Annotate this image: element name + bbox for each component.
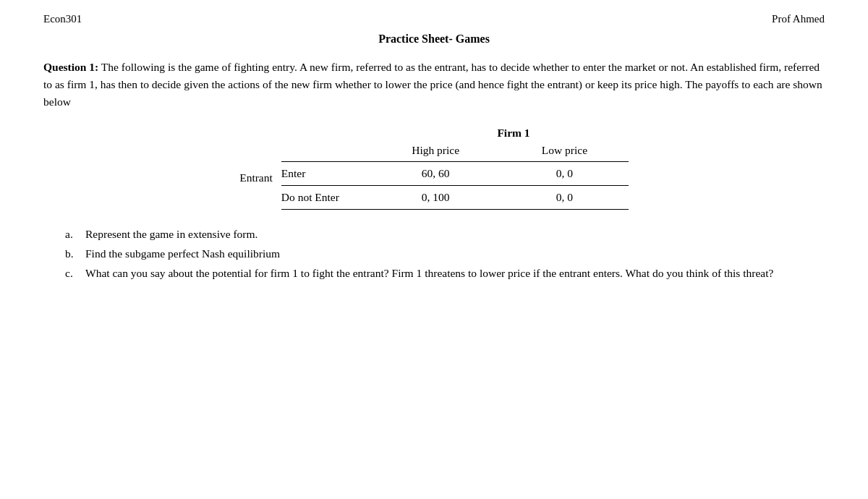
entrant-label: Entrant — [239, 144, 281, 184]
sub-text-b: Find the subgame perfect Nash equilibriu… — [85, 245, 280, 263]
header-left: Econ301 — [43, 13, 82, 25]
row2-col1: 0, 100 — [370, 186, 501, 210]
row1-label: Enter — [281, 162, 370, 186]
question-text: Question 1: The following is the game of… — [43, 59, 825, 111]
col-header-row: High price Low price — [281, 144, 629, 162]
col1-header: High price — [370, 144, 501, 162]
sub-text-a: Represent the game in extensive form. — [85, 226, 258, 243]
sub-label-b: b. — [65, 245, 85, 263]
header-right: Prof Ahmed — [772, 13, 825, 25]
game-table-section: Firm 1 Entrant High price Low price — [43, 127, 825, 210]
sub-text-c: What can you say about the potential for… — [85, 265, 773, 282]
header: Econ301 Prof Ahmed — [43, 13, 825, 25]
row2-col2: 0, 0 — [501, 186, 629, 210]
col2-header: Low price — [501, 144, 629, 162]
game-table-wrapper: Firm 1 Entrant High price Low price — [239, 127, 629, 210]
sub-item-a: a. Represent the game in extensive form. — [65, 226, 825, 244]
table-area: Entrant High price Low price En — [239, 144, 629, 210]
page-container: Econ301 Prof Ahmed Practice Sheet- Games… — [0, 0, 868, 499]
table-row-do-not-enter: Do not Enter 0, 100 0, 0 — [281, 186, 629, 210]
row-label-header — [281, 144, 370, 162]
sub-item-b: b. Find the subgame perfect Nash equilib… — [65, 245, 825, 263]
sub-label-a: a. — [65, 226, 85, 244]
sub-item-c: c. What can you say about the potential … — [65, 265, 825, 283]
row1-col1: 60, 60 — [370, 162, 501, 186]
sub-label-c: c. — [65, 265, 85, 283]
firm1-label: Firm 1 — [497, 127, 529, 140]
row2-label: Do not Enter — [281, 186, 370, 210]
question-body: The following is the game of fighting en… — [43, 61, 822, 108]
page-title: Practice Sheet- Games — [43, 33, 825, 46]
table-row-enter: Enter 60, 60 0, 0 — [281, 162, 629, 186]
row1-col2: 0, 0 — [501, 162, 629, 186]
game-table: High price Low price Enter 60, 60 0, 0 — [281, 144, 629, 210]
sub-questions: a. Represent the game in extensive form.… — [65, 226, 825, 282]
question-number: Question 1: — [43, 61, 98, 73]
